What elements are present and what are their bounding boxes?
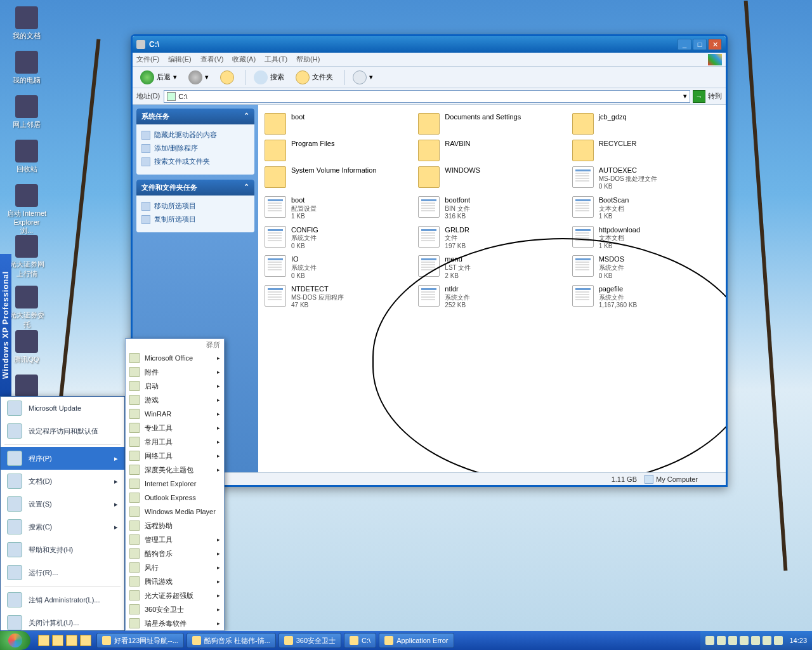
taskbar-task[interactable]: 好看123网址导航--... (96, 633, 184, 648)
desktop-icon[interactable]: 光大证券委托 (6, 286, 47, 329)
file-item[interactable]: menuLST 文件2 KB (417, 253, 566, 282)
start-item[interactable]: Microsoft Update (1, 397, 124, 420)
submenu-item[interactable]: WinRAR▸ (126, 407, 224, 421)
back-button[interactable]: 后退 ▾ (136, 69, 181, 86)
submenu-item[interactable]: Outlook Express (126, 491, 224, 505)
taskbar-task[interactable]: C:\ (344, 633, 376, 648)
file-item[interactable]: Documents and Settings (417, 111, 566, 136)
desktop-icon[interactable]: 网上邻居 (6, 95, 47, 129)
submenu-item[interactable]: 启动▸ (126, 379, 224, 393)
desktop-icon[interactable]: 我的电脑 (6, 51, 47, 85)
file-item[interactable]: CONFIG系统文件0 KB (263, 224, 413, 253)
menu-view[interactable]: 查看(V) (200, 55, 224, 64)
submenu-item[interactable]: 腾讯游戏▸ (126, 574, 224, 588)
file-item[interactable]: System Volume Information (263, 164, 413, 193)
start-item[interactable]: 程序(P)▸ (1, 447, 124, 470)
submenu-item[interactable]: 瑞星杀毒软件▸ (126, 616, 224, 630)
desktop-icon[interactable]: 启动 Internet Explorer 浏... (6, 184, 47, 235)
file-item[interactable]: ntldr系统文件252 KB (417, 283, 566, 312)
views-button[interactable]: ▾ (349, 69, 377, 86)
start-item[interactable]: 注销 Administrator(L)... (1, 588, 124, 611)
start-button[interactable] (0, 631, 30, 650)
file-item[interactable]: RAVBIN (417, 138, 566, 163)
submenu-item[interactable]: 光大证券超强版▸ (126, 588, 224, 602)
menu-tools[interactable]: 工具(T) (265, 55, 287, 64)
start-item[interactable]: 运行(R)... (1, 561, 124, 584)
submenu-item[interactable]: 游戏▸ (126, 393, 224, 407)
sidebar-task-item[interactable]: 移动所选项目 (141, 199, 249, 213)
ql-app-icon[interactable] (80, 635, 91, 646)
file-item[interactable]: MSDOS系统文件0 KB (571, 253, 721, 282)
titlebar[interactable]: C:\ _ □ ✕ (133, 36, 726, 53)
start-item[interactable]: 搜索(C)▸ (1, 515, 124, 538)
submenu-item[interactable]: 网络工具▸ (126, 449, 224, 463)
tray-icon[interactable] (774, 636, 783, 645)
search-button[interactable]: 搜索 (250, 69, 288, 86)
go-button[interactable]: → (693, 90, 705, 103)
file-item[interactable]: GRLDR文件197 KB (417, 224, 566, 253)
start-item[interactable]: 帮助和支持(H) (1, 538, 124, 561)
taskbar-task[interactable]: 酷狗音乐 杜德伟-情... (187, 633, 276, 648)
file-item[interactable]: RECYCLER (571, 138, 721, 163)
collapse-icon[interactable]: ⌃ (244, 183, 249, 192)
tray-icon[interactable] (763, 636, 771, 645)
desktop-icon[interactable]: 我的文档 (6, 6, 47, 41)
file-item[interactable]: boot配置设置1 KB (263, 194, 413, 223)
taskbar-task[interactable]: 360安全卫士 (278, 633, 341, 648)
file-item[interactable]: jcb_gdzq (571, 111, 721, 136)
file-item[interactable]: Program Files (263, 138, 413, 163)
submenu-item[interactable]: 附件▸ (126, 365, 224, 379)
tray-icon[interactable] (717, 636, 726, 645)
close-button[interactable]: ✕ (708, 39, 722, 50)
taskbar-task[interactable]: Application Error (379, 633, 454, 648)
tray-icon[interactable] (728, 636, 737, 645)
tray-icon[interactable] (740, 636, 749, 645)
submenu-item[interactable]: 远程协助 (126, 519, 224, 533)
file-item[interactable]: AUTOEXECMS-DOS 批处理文件0 KB (571, 164, 721, 193)
submenu-item[interactable]: 风行▸ (126, 560, 224, 574)
file-item[interactable]: NTDETECTMS-DOS 应用程序47 KB (263, 283, 413, 312)
minimize-button[interactable]: _ (678, 39, 691, 50)
menu-help[interactable]: 帮助(H) (296, 55, 320, 64)
submenu-item[interactable]: 酷狗音乐▸ (126, 547, 224, 560)
file-item[interactable]: pagefile系统文件1,167,360 KB (571, 283, 721, 312)
file-item[interactable]: BootScan文本文档1 KB (571, 194, 721, 223)
menu-favorites[interactable]: 收藏(A) (232, 55, 256, 64)
folders-button[interactable]: 文件夹 (292, 69, 337, 86)
file-item[interactable]: boot (263, 111, 413, 136)
desktop-icon[interactable]: 回收站 (6, 140, 47, 174)
submenu-item[interactable]: Windows Media Player (126, 505, 224, 519)
sidebar-task-item[interactable]: 添加/删除程序 (141, 142, 249, 155)
submenu-item[interactable]: Internet Explorer (126, 477, 224, 491)
menu-edit[interactable]: 编辑(E) (168, 55, 192, 64)
tray-icon[interactable] (751, 636, 760, 645)
ql-show-desktop-icon[interactable] (38, 635, 49, 646)
sidebar-task-item[interactable]: 隐藏此驱动器的内容 (141, 128, 249, 142)
sidebar-task-item[interactable]: 复制所选项目 (141, 213, 249, 226)
maximize-button[interactable]: □ (693, 39, 707, 50)
sidebar-task-item[interactable]: 搜索文件或文件夹 (141, 155, 249, 168)
submenu-item[interactable]: 常用工具▸ (126, 435, 224, 449)
start-item[interactable]: 文档(D)▸ (1, 470, 124, 493)
desktop-icon[interactable]: 腾讯QQ (6, 330, 47, 364)
file-item[interactable]: IO系统文件0 KB (263, 253, 413, 282)
ql-app-icon[interactable] (66, 635, 77, 646)
start-item[interactable]: 设定程序访问和默认值 (1, 420, 124, 442)
clock[interactable]: 14:23 (789, 637, 807, 644)
up-button[interactable] (216, 69, 238, 86)
submenu-item[interactable]: 管理工具▸ (126, 533, 224, 547)
start-item[interactable]: 设置(S)▸ (1, 493, 124, 515)
file-item[interactable]: bootfontBIN 文件316 KB (417, 194, 566, 223)
menu-file[interactable]: 文件(F) (136, 55, 159, 64)
desktop-icon[interactable]: 光大证券网上行情 (6, 235, 47, 279)
file-item[interactable]: WINDOWS (417, 164, 566, 193)
submenu-item[interactable]: 深度美化主题包▸ (126, 463, 224, 477)
file-item[interactable]: httpdownload文本文档1 KB (571, 224, 721, 253)
address-input[interactable]: C:\ ▾ (164, 90, 690, 103)
ql-ie-icon[interactable] (52, 635, 63, 646)
forward-button[interactable]: ▾ (185, 69, 213, 86)
submenu-item[interactable]: Microsoft Office▸ (126, 351, 224, 365)
tray-icon[interactable] (705, 636, 714, 645)
file-pane[interactable]: bootDocuments and Settingsjcb_gdzqProgra… (258, 105, 726, 472)
submenu-item[interactable]: 专业工具▸ (126, 421, 224, 435)
